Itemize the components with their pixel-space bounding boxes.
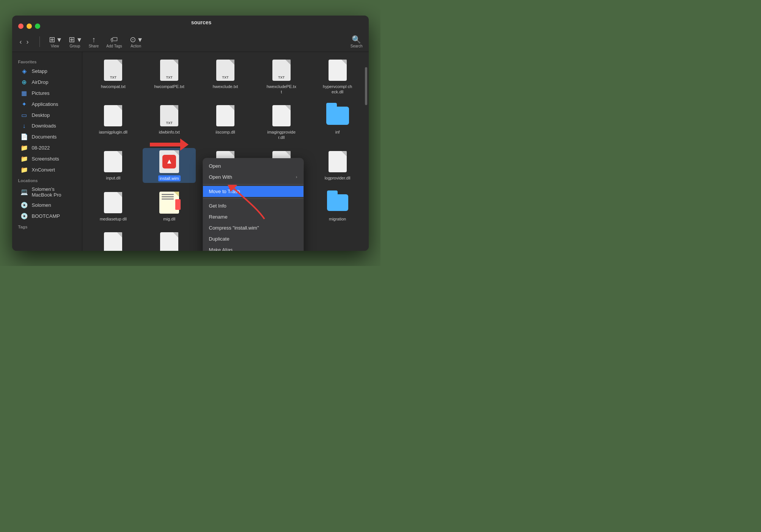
sidebar-item-documents[interactable]: 📄 Documents (14, 131, 80, 142)
sidebar-item-macbook-label: Solomen's MacBook Pro (32, 186, 74, 198)
desktop-icon: ▭ (20, 112, 28, 119)
titlebar: sources (12, 16, 369, 32)
back-button[interactable]: ‹ (18, 37, 24, 47)
dll-icon-iiscomp (216, 105, 234, 126)
sidebar-item-setapp[interactable]: ◈ Setapp (14, 66, 80, 77)
add-tags-button[interactable]: 🏷 Add Tags (106, 36, 122, 48)
view-button[interactable]: ⊞ ▾ View (49, 36, 61, 48)
file-label-hwexcludepe: hwexcludePE.txt (266, 84, 297, 95)
sidebar-item-desktop[interactable]: ▭ Desktop (14, 110, 80, 121)
file-label-imagingprovider: imagingprovider.dll (266, 129, 297, 140)
close-button[interactable] (18, 24, 24, 29)
folder-icon-inf (326, 107, 349, 125)
screenshots-icon: 📁 (20, 155, 28, 162)
file-icon-install-wim (157, 150, 181, 174)
file-label-iiscomp: iiscomp.dll (215, 129, 235, 135)
dll-icon-mediasetup (104, 192, 122, 213)
sidebar-item-pictures-label: Pictures (32, 90, 50, 96)
wim-icon (159, 150, 179, 173)
main-area: Favorites ◈ Setapp ⊕ AirDrop ▦ Pictures … (12, 52, 369, 251)
minimize-button[interactable] (27, 24, 32, 29)
ctx-open-with[interactable]: Open With › (203, 172, 303, 183)
file-icon-hwcompatpe (157, 58, 181, 82)
scrollbar-thumb[interactable] (365, 67, 367, 105)
sidebar-item-xnconvert[interactable]: 📁 XnConvert (14, 164, 80, 175)
dll-icon-hyperv (329, 60, 347, 81)
action-button[interactable]: ⊙ ▾ Action (130, 36, 142, 48)
applications-icon: ✦ (20, 101, 28, 108)
ctx-compress-label: Compress "install.wim" (209, 225, 259, 231)
file-icon-input (101, 150, 125, 174)
file-content: hwcompat.txt hwcompatPE.txt hwexclude.tx… (82, 52, 369, 251)
sidebar-item-downloads-label: Downloads (32, 123, 56, 129)
sidebar-item-macbook[interactable]: 💻 Solomen's MacBook Pro (14, 184, 80, 200)
share-button[interactable]: ↑ Share (89, 36, 99, 48)
sidebar-item-xnconvert-label: XnConvert (32, 167, 55, 173)
sidebar-item-bootcamp[interactable]: 💿 BOOTCAMP (14, 211, 80, 222)
maximize-button[interactable] (35, 24, 40, 29)
file-item-migration[interactable]: migration (311, 189, 364, 223)
sidebar-item-bootcamp-label: BOOTCAMP (32, 213, 60, 219)
tags-label: Tags (12, 222, 82, 231)
folder-08-2022-icon: 📁 (20, 144, 28, 151)
open-with-arrow: › (296, 175, 297, 179)
file-item-iiscomp[interactable]: iiscomp.dll (199, 102, 252, 142)
group-button[interactable]: ⊞ ▾ Group (69, 36, 81, 48)
arrow-shaft (150, 143, 180, 146)
file-item-idwbinfo[interactable]: idwbinfo.txt (143, 102, 196, 142)
scrollbar-track[interactable] (363, 52, 369, 251)
txt-icon-2 (160, 60, 178, 81)
sidebar-item-solomen[interactable]: 💿 Solomen (14, 200, 80, 211)
forward-button[interactable]: › (25, 37, 30, 47)
sidebar-item-08-2022[interactable]: 📁 08-2022 (14, 142, 80, 153)
sidebar-item-airdrop[interactable]: ⊕ AirDrop (14, 77, 80, 88)
folder-icon-migration (327, 194, 348, 211)
sidebar-item-applications[interactable]: ✦ Applications (14, 99, 80, 110)
toolbar: ‹ › ⊞ ▾ View ⊞ ▾ Group ↑ Share 🏷 Add Tag… (12, 32, 369, 52)
file-item-mig-dll2[interactable]: mig.dll (87, 229, 140, 250)
file-label-mig-dll: mig.dll (163, 216, 175, 222)
file-item-input[interactable]: input.dll (87, 148, 140, 183)
airdrop-icon: ⊕ (20, 79, 28, 86)
file-item-hyperv[interactable]: hypervcompl check.dll (311, 57, 364, 96)
file-item-inf[interactable]: inf (311, 102, 364, 142)
ctx-move-to-trash[interactable]: Move to Trash (203, 186, 303, 197)
action-icon: ⊙ ▾ (130, 36, 142, 43)
file-label-inf: inf (335, 129, 340, 135)
file-icon-migsys (157, 231, 181, 250)
dll-icon-mig2 (104, 232, 122, 250)
search-button[interactable]: 🔍 Search (351, 36, 363, 48)
ctx-make-alias[interactable]: Make Alias (203, 244, 303, 251)
file-icon-hwcompat (101, 58, 125, 82)
dll-icon-imagingprovider (272, 105, 291, 126)
dll-icon-iasmig (104, 105, 122, 126)
file-item-mediasetup[interactable]: mediasetup dll (87, 189, 140, 223)
sidebar-item-screenshots[interactable]: 📁 Screenshots (14, 153, 80, 164)
ctx-duplicate[interactable]: Duplicate (203, 233, 303, 244)
tag-icon: 🏷 (110, 36, 118, 43)
share-icon: ↑ (92, 36, 96, 43)
sidebar-item-08-2022-label: 08-2022 (32, 145, 50, 151)
group-icon: ⊞ ▾ (69, 36, 81, 43)
file-item-hwcompat[interactable]: hwcompat.txt (87, 57, 140, 96)
file-icon-imagingprovider (269, 104, 294, 128)
file-item-hwexcludepe[interactable]: hwexcludePE.txt (255, 57, 308, 96)
file-item-mig-dll[interactable]: mig.dll (143, 189, 196, 223)
file-item-iasmig[interactable]: iasmigplugin.dll (87, 102, 140, 142)
file-item-hwcompatpe[interactable]: hwcompatPE.txt (143, 57, 196, 96)
file-item-install-wim[interactable]: install.wim (143, 148, 196, 183)
file-item-migsys[interactable]: migsys.dll (143, 229, 196, 250)
ctx-open[interactable]: Open (203, 161, 303, 172)
file-item-logprovider[interactable]: logprovider.dll (311, 148, 364, 183)
file-item-imagingprovider[interactable]: imagingprovider.dll (255, 102, 308, 142)
sidebar-item-desktop-label: Desktop (32, 112, 50, 118)
sidebar-item-downloads[interactable]: ↓ Downloads (14, 121, 80, 131)
ctx-get-info[interactable]: Get Info (203, 200, 303, 211)
sidebar-item-pictures[interactable]: ▦ Pictures (14, 88, 80, 99)
ctx-rename[interactable]: Rename (203, 211, 303, 222)
ctx-compress[interactable]: Compress "install.wim" (203, 222, 303, 233)
notes-icon (159, 192, 179, 214)
file-icon-inf (325, 104, 350, 128)
macbook-icon: 💻 (20, 188, 28, 195)
file-item-hwexclude[interactable]: hwexclude.txt (199, 57, 252, 96)
